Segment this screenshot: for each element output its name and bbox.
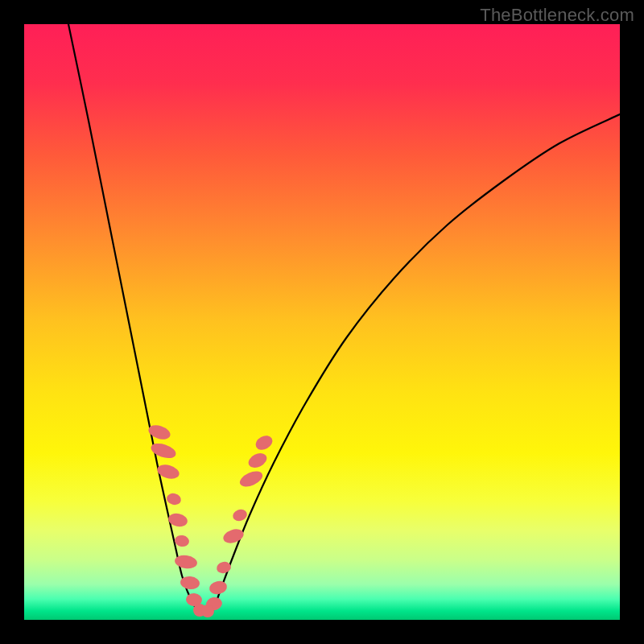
bead-bottom-1	[201, 605, 214, 617]
bead-right-5	[237, 469, 265, 490]
right-curve	[213, 114, 620, 610]
bead-right-2	[216, 560, 233, 575]
watermark-text: TheBottleneck.com	[480, 5, 634, 26]
bead-right-1	[208, 580, 229, 596]
bead-right-6	[246, 451, 270, 471]
bead-left-5	[174, 535, 190, 548]
bead-left-3	[166, 492, 183, 506]
beads-group	[147, 423, 275, 617]
bead-left-0	[147, 423, 172, 442]
bead-right-3	[221, 526, 246, 545]
chart-svg	[24, 24, 620, 620]
plot-frame	[24, 24, 620, 620]
bead-right-7	[254, 433, 275, 452]
bead-right-4	[231, 507, 249, 522]
